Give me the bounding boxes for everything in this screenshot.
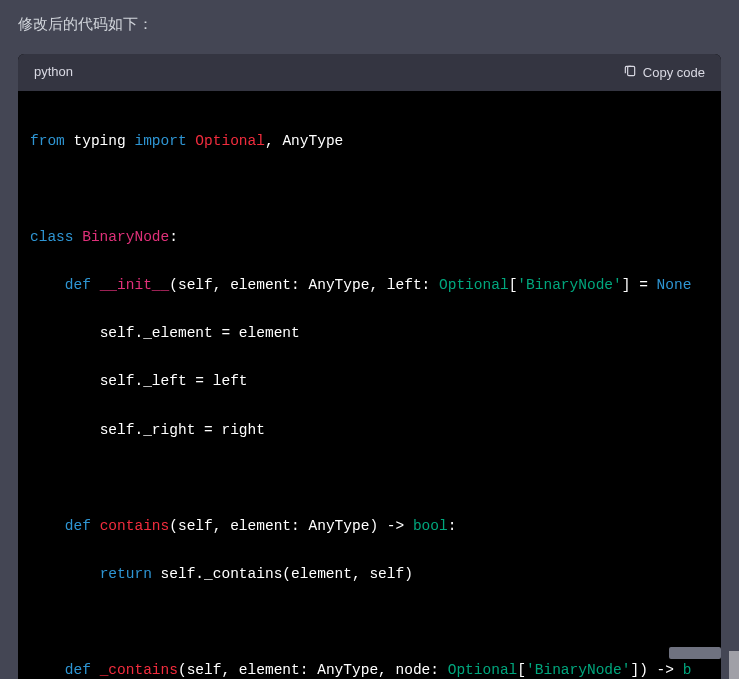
code-line: class BinaryNode: [18,225,721,249]
copy-code-button[interactable]: Copy code [623,64,705,81]
code-line: from typing import Optional, AnyType [18,129,721,153]
vertical-scrollbar-thumb[interactable] [729,651,739,679]
code-line: return self._contains(element, self) [18,562,721,586]
code-line: def contains(self, element: AnyType) -> … [18,514,721,538]
code-line: self._right = right [18,418,721,442]
code-line: self._left = left [18,369,721,393]
ui-element-placeholder [669,647,721,659]
copy-code-label: Copy code [643,65,705,80]
code-line: def __init__(self, element: AnyType, lef… [18,273,721,297]
code-block: python Copy code from typing import Opti… [18,54,721,679]
code-header: python Copy code [18,54,721,91]
code-body[interactable]: from typing import Optional, AnyType cla… [18,91,721,679]
svg-rect-0 [628,66,635,75]
code-line [18,177,721,201]
code-line [18,610,721,634]
clipboard-icon [623,64,637,81]
code-line: def _contains(self, element: AnyType, no… [18,658,721,679]
language-label: python [34,62,73,83]
intro-text: 修改后的代码如下： [18,12,721,36]
code-line: self._element = element [18,321,721,345]
code-line [18,466,721,490]
